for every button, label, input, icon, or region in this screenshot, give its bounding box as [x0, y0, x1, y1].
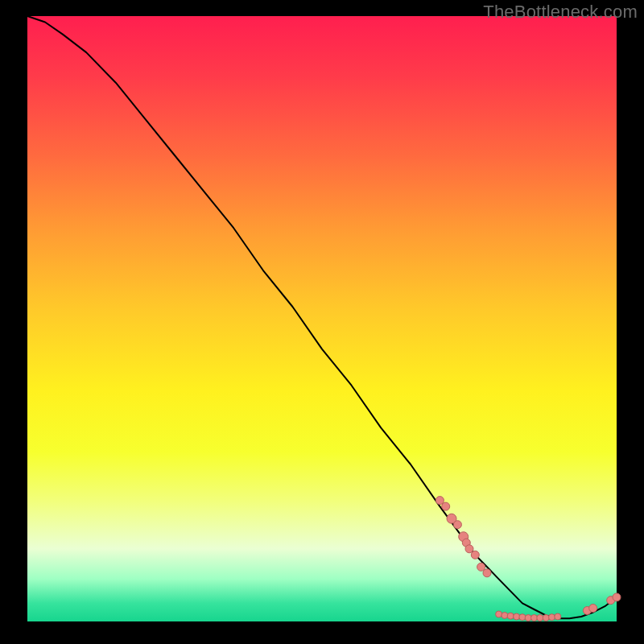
data-marker: [613, 593, 621, 601]
data-marker: [436, 497, 444, 505]
bottleneck-curve: [27, 16, 617, 618]
data-marker: [514, 613, 520, 620]
data-marker: [555, 613, 561, 620]
chart-svg-overlay: [27, 16, 617, 621]
data-marker: [477, 563, 485, 571]
data-marker: [483, 569, 491, 577]
data-marker: [507, 613, 514, 619]
data-marker: [471, 551, 479, 559]
data-marker: [453, 521, 461, 529]
data-marker: [537, 615, 543, 621]
chart-container: TheBottleneck.com: [0, 0, 644, 644]
data-marker: [465, 545, 473, 553]
data-marker: [442, 502, 450, 510]
data-marker: [502, 613, 508, 619]
data-marker: [589, 605, 597, 613]
data-marker: [543, 615, 549, 621]
data-marker: [519, 614, 526, 621]
data-marker: [496, 611, 502, 617]
watermark-text: TheBottleneck.com: [483, 2, 638, 23]
data-marker: [549, 614, 555, 621]
data-markers-group: [436, 497, 621, 621]
